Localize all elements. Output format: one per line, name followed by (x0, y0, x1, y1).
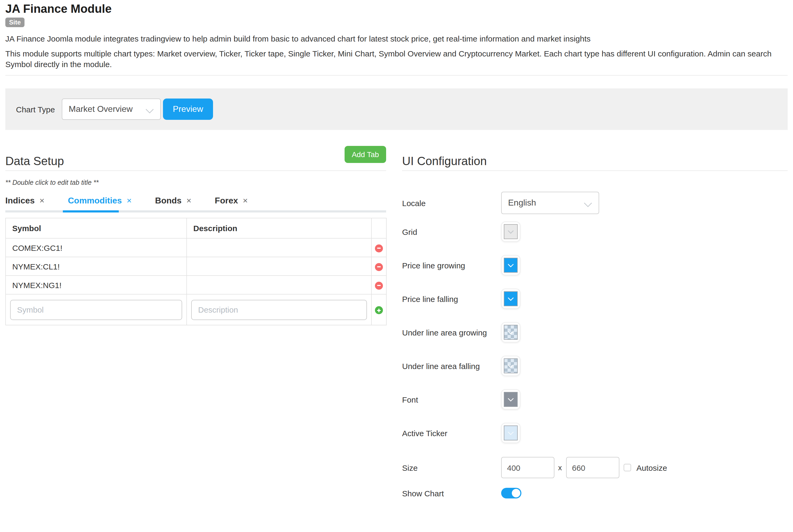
autosize-label: Autosize (637, 463, 667, 472)
show-chart-toggle[interactable] (501, 488, 522, 498)
size-separator: x (558, 463, 562, 472)
active-ticker-row: Active Ticker (402, 423, 788, 443)
price-line-growing-label: Price line growing (402, 261, 501, 270)
under-line-area-falling-row: Under line area falling (402, 356, 788, 376)
symbol-column-header: Symbol (5, 218, 187, 238)
under-line-area-falling-label: Under line area falling (402, 361, 501, 370)
ui-configuration-section: UI Configuration Locale English Grid (402, 146, 788, 498)
tab-label: Bonds (155, 196, 182, 206)
chart-type-label: Chart Type (16, 104, 56, 114)
grid-color-picker[interactable] (501, 222, 520, 242)
size-label: Size (402, 463, 501, 472)
chart-type-select[interactable]: Market Overview (62, 98, 161, 120)
actions-column-header (372, 218, 386, 238)
tab-label: Indices (5, 196, 35, 206)
tab-label: Forex (215, 196, 238, 206)
data-tabs: Indices × Commodities × Bonds × Forex × (5, 196, 386, 210)
module-description-line-2: This module supports multiple chart type… (5, 49, 788, 70)
tab-edit-note: ** Double click to edit tab title ** (5, 179, 386, 187)
under-line-area-growing-row: Under line area growing (402, 322, 788, 342)
locale-selected-value: English (508, 198, 536, 208)
remove-row-icon[interactable] (375, 244, 383, 252)
height-input[interactable] (566, 457, 619, 478)
module-description-line-1: JA Finance Joomla module integrates trad… (5, 34, 788, 44)
tab-commodities[interactable]: Commodities × (68, 196, 132, 206)
grid-label: Grid (402, 227, 501, 236)
active-ticker-label: Active Ticker (402, 429, 501, 437)
price-line-falling-label: Price line falling (402, 294, 501, 303)
add-row-icon[interactable] (375, 306, 383, 315)
font-color-picker[interactable] (501, 389, 520, 410)
price-line-falling-row: Price line falling (402, 289, 788, 309)
chevron-down-icon (508, 261, 514, 270)
chevron-down-icon (584, 200, 592, 210)
font-label: Font (402, 395, 501, 404)
symbol-cell: NYMEX:CL1! (5, 257, 187, 276)
tab-label: Commodities (68, 196, 122, 206)
locale-row: Locale English (402, 192, 788, 214)
chevron-down-icon (508, 428, 514, 438)
show-chart-label: Show Chart (402, 489, 501, 498)
close-icon[interactable]: × (243, 196, 248, 205)
size-row: Size x Autosize (402, 457, 788, 478)
header-divider (5, 75, 788, 76)
ui-configuration-divider (402, 170, 788, 171)
chart-type-selected-value: Market Overview (69, 104, 133, 114)
chevron-down-icon (508, 395, 514, 404)
data-setup-section: Data Setup Add Tab ** Double click to ed… (5, 146, 386, 325)
chart-type-bar: Chart Type Market Overview Preview (5, 89, 788, 130)
tab-indices[interactable]: Indices × (5, 196, 44, 206)
under-line-area-falling-color-picker[interactable] (501, 356, 520, 376)
data-setup-title: Data Setup (5, 146, 386, 167)
ui-configuration-title: UI Configuration (402, 146, 788, 167)
page-title: JA Finance Module (5, 0, 788, 16)
symbols-table: Symbol Description COMEX:GC1! NYMEX:CL1!… (5, 218, 386, 325)
new-symbol-row (5, 294, 386, 325)
new-symbol-input[interactable] (10, 300, 182, 320)
chevron-down-icon (508, 227, 514, 236)
site-badge: Site (5, 18, 24, 27)
price-line-growing-row: Price line growing (402, 255, 788, 275)
show-chart-row: Show Chart (402, 488, 788, 498)
data-setup-divider (5, 170, 386, 171)
price-line-growing-color-picker[interactable] (501, 255, 520, 275)
add-tab-button[interactable]: Add Tab (344, 146, 386, 163)
toggle-knob (512, 489, 520, 497)
autosize-checkbox[interactable] (624, 464, 631, 471)
description-cell (187, 238, 372, 257)
tab-underline-track (5, 210, 386, 212)
active-tab-indicator (63, 210, 119, 212)
active-ticker-color-picker[interactable] (501, 423, 520, 443)
description-column-header: Description (187, 218, 372, 238)
symbol-cell: NYMEX:NG1! (5, 276, 187, 294)
description-cell (187, 276, 372, 294)
under-line-area-growing-color-picker[interactable] (501, 322, 520, 342)
module-settings-page: JA Finance Module Site JA Finance Joomla… (0, 0, 793, 532)
close-icon[interactable]: × (186, 196, 191, 205)
tab-bonds[interactable]: Bonds × (155, 196, 191, 206)
tab-forex[interactable]: Forex × (215, 196, 248, 206)
chevron-down-icon (508, 327, 514, 337)
remove-row-icon[interactable] (375, 263, 383, 271)
table-header-row: Symbol Description (5, 218, 386, 238)
locale-label: Locale (402, 198, 501, 207)
width-input[interactable] (501, 457, 554, 478)
preview-button[interactable]: Preview (163, 98, 213, 120)
table-row: COMEX:GC1! (5, 238, 386, 257)
symbol-cell: COMEX:GC1! (5, 238, 187, 257)
new-description-input[interactable] (191, 300, 367, 320)
chevron-down-icon (508, 294, 514, 304)
close-icon[interactable]: × (127, 196, 132, 205)
remove-row-icon[interactable] (375, 282, 383, 290)
chevron-down-icon (145, 107, 154, 116)
locale-select[interactable]: English (501, 192, 599, 214)
under-line-area-growing-label: Under line area growing (402, 328, 501, 337)
description-cell (187, 257, 372, 276)
grid-row: Grid (402, 222, 788, 242)
table-row: NYMEX:CL1! (5, 257, 386, 276)
close-icon[interactable]: × (39, 196, 44, 205)
price-line-falling-color-picker[interactable] (501, 289, 520, 309)
chevron-down-icon (508, 361, 514, 370)
font-row: Font (402, 389, 788, 410)
table-row: NYMEX:NG1! (5, 276, 386, 294)
